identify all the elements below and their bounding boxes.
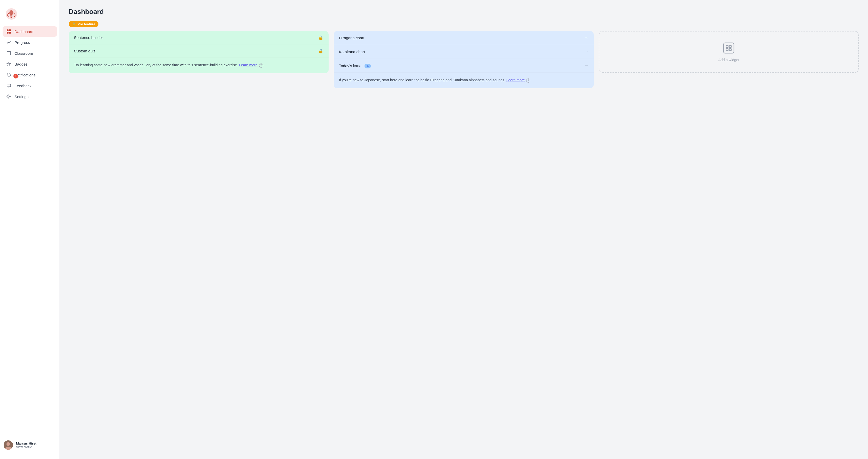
sentence-builder-widget: Sentence builder 🔒 Custom quiz 🔒 Try lea… bbox=[69, 31, 329, 73]
custom-quiz-label: Custom quiz bbox=[74, 49, 95, 53]
katakana-arrow-icon: → bbox=[584, 49, 588, 55]
svg-rect-3 bbox=[9, 29, 11, 31]
widget-grid: Sentence builder 🔒 Custom quiz 🔒 Try lea… bbox=[69, 31, 859, 88]
pro-badge-label: Pro feature bbox=[78, 22, 95, 26]
sidebar-item-progress[interactable]: Progress bbox=[3, 37, 57, 47]
svg-rect-4 bbox=[7, 32, 8, 34]
sidebar-item-notifications[interactable]: ! Notifications bbox=[3, 70, 57, 80]
svg-point-9 bbox=[8, 96, 9, 97]
user-info: Marcus Hirst View profile bbox=[16, 441, 36, 449]
bell-icon: ! bbox=[6, 72, 11, 77]
green-widget-description: Try learning some new grammar and vocabu… bbox=[69, 58, 329, 73]
hiragana-arrow-icon: → bbox=[584, 35, 588, 40]
svg-rect-17 bbox=[729, 48, 731, 51]
svg-rect-15 bbox=[729, 45, 731, 47]
star-icon bbox=[6, 61, 11, 67]
sidebar-nav: Dashboard Progress Classroom bbox=[0, 26, 59, 436]
notification-badge: ! bbox=[13, 74, 18, 78]
todays-kana-text: Today's kana bbox=[339, 64, 362, 68]
message-icon bbox=[6, 83, 11, 88]
sidebar-item-dashboard[interactable]: Dashboard bbox=[3, 26, 57, 37]
app-logo-icon bbox=[5, 8, 18, 20]
kana-widget: Hiragana chart → Katakana chart → Today'… bbox=[334, 31, 594, 88]
sidebar: Dashboard Progress Classroom bbox=[0, 0, 59, 459]
sidebar-item-feedback[interactable]: Feedback bbox=[3, 80, 57, 91]
custom-quiz-lock-icon: 🔒 bbox=[318, 48, 323, 54]
todays-kana-badge: 6 bbox=[365, 64, 371, 68]
svg-rect-8 bbox=[7, 84, 10, 87]
todays-kana-arrow-icon: → bbox=[584, 63, 588, 68]
sidebar-feedback-label: Feedback bbox=[14, 84, 32, 88]
blue-widget-learn-more-link[interactable]: Learn more bbox=[506, 78, 525, 82]
logo[interactable] bbox=[0, 5, 59, 26]
svg-rect-5 bbox=[9, 32, 11, 34]
blue-widget-desc-text: If you're new to Japanese, start here an… bbox=[339, 78, 505, 82]
view-profile-link[interactable]: View profile bbox=[16, 445, 36, 449]
svg-rect-16 bbox=[726, 48, 728, 51]
hiragana-chart-row[interactable]: Hiragana chart → bbox=[334, 31, 594, 45]
avatar bbox=[4, 440, 13, 450]
green-widget-desc-text: Try learning some new grammar and vocabu… bbox=[74, 63, 238, 67]
sidebar-progress-label: Progress bbox=[14, 40, 30, 45]
green-widget-learn-more-link[interactable]: Learn more bbox=[239, 63, 257, 67]
user-name: Marcus Hirst bbox=[16, 441, 36, 445]
green-widget-help-icon[interactable]: ? bbox=[259, 64, 263, 68]
sentence-builder-label: Sentence builder bbox=[74, 35, 103, 40]
todays-kana-row[interactable]: Today's kana 6 → bbox=[334, 59, 594, 73]
hiragana-chart-label: Hiragana chart bbox=[339, 36, 364, 40]
add-widget-icon bbox=[722, 42, 735, 55]
sentence-builder-lock-icon: 🔒 bbox=[318, 35, 323, 40]
svg-point-1 bbox=[10, 14, 12, 17]
lock-badge-icon: 🔒 bbox=[72, 22, 76, 26]
gear-icon bbox=[6, 94, 11, 99]
custom-quiz-row[interactable]: Custom quiz 🔒 bbox=[69, 44, 329, 58]
svg-point-11 bbox=[6, 442, 10, 446]
blue-widget-description: If you're new to Japanese, start here an… bbox=[334, 73, 594, 88]
sidebar-item-badges[interactable]: Badges bbox=[3, 59, 57, 69]
sentence-builder-row[interactable]: Sentence builder 🔒 bbox=[69, 31, 329, 44]
katakana-chart-row[interactable]: Katakana chart → bbox=[334, 45, 594, 59]
sidebar-badges-label: Badges bbox=[14, 62, 28, 66]
sidebar-settings-label: Settings bbox=[14, 95, 28, 99]
pro-feature-badge[interactable]: 🔒 Pro feature bbox=[69, 21, 98, 27]
main-content: Dashboard 🔒 Pro feature Sentence builder… bbox=[59, 0, 868, 459]
chart-icon bbox=[6, 40, 11, 45]
sidebar-item-settings[interactable]: Settings bbox=[3, 91, 57, 102]
book-icon bbox=[6, 51, 11, 56]
user-profile[interactable]: Marcus Hirst View profile bbox=[0, 436, 59, 454]
sidebar-classroom-label: Classroom bbox=[14, 51, 33, 56]
sidebar-dashboard-label: Dashboard bbox=[14, 29, 33, 34]
add-widget-panel[interactable]: Add a widget bbox=[599, 31, 859, 73]
svg-rect-6 bbox=[7, 52, 10, 55]
sidebar-item-classroom[interactable]: Classroom bbox=[3, 48, 57, 58]
katakana-chart-label: Katakana chart bbox=[339, 50, 365, 54]
blue-widget-help-icon[interactable]: ? bbox=[526, 78, 530, 83]
svg-rect-2 bbox=[7, 29, 8, 31]
svg-rect-14 bbox=[726, 45, 728, 47]
add-widget-label: Add a widget bbox=[718, 58, 739, 62]
todays-kana-label: Today's kana 6 bbox=[339, 64, 371, 68]
svg-rect-13 bbox=[723, 43, 734, 53]
grid-icon bbox=[6, 29, 11, 34]
page-title: Dashboard bbox=[69, 8, 859, 16]
